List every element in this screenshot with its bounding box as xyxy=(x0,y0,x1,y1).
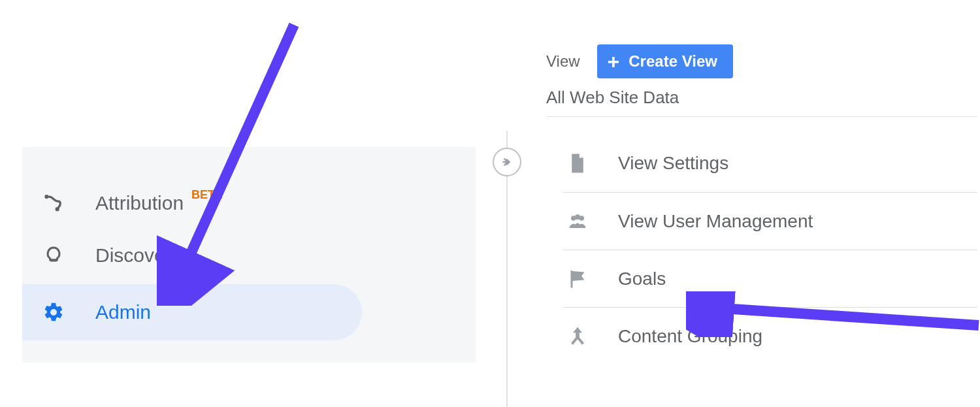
svg-point-6 xyxy=(580,216,585,221)
view-name-text: All Web Site Data xyxy=(546,88,679,108)
divider xyxy=(546,116,977,117)
plus-icon: + xyxy=(608,51,620,72)
view-item-content-grouping[interactable]: Content Grouping xyxy=(563,307,977,365)
flag-icon xyxy=(563,267,592,291)
svg-marker-3 xyxy=(580,154,583,158)
view-item-label: Content Grouping xyxy=(618,326,762,347)
view-column-panel: View + Create View All Web Site Data Vie… xyxy=(491,20,977,407)
view-header-row: View + Create View xyxy=(546,44,733,78)
view-menu-list: View Settings View User Management Goals… xyxy=(563,135,977,365)
view-item-user-management[interactable]: View User Management xyxy=(563,192,977,250)
merge-icon xyxy=(563,325,592,348)
lightbulb-icon xyxy=(42,244,65,267)
nav-label-admin: Admin xyxy=(95,301,151,323)
nav-label-discover: Discover xyxy=(95,244,172,267)
view-item-label: View Settings xyxy=(618,153,728,174)
create-view-button[interactable]: + Create View xyxy=(597,44,733,78)
beta-badge: BETA xyxy=(191,188,223,202)
view-dropdown-label[interactable]: View xyxy=(546,52,580,71)
nav-item-admin[interactable]: Admin xyxy=(22,284,362,340)
view-item-goals[interactable]: Goals xyxy=(563,250,977,307)
users-icon xyxy=(563,212,592,231)
view-item-label: Goals xyxy=(618,269,666,289)
file-icon xyxy=(563,152,592,174)
back-button[interactable] xyxy=(493,148,521,176)
left-sidebar-panel: Attribution BETA Discover Admin xyxy=(22,147,476,363)
attribution-icon xyxy=(42,191,65,215)
svg-point-1 xyxy=(56,207,59,211)
gear-icon xyxy=(42,301,65,324)
view-item-view-settings[interactable]: View Settings xyxy=(563,135,977,192)
nav-label-attribution: Attribution xyxy=(95,192,184,214)
view-item-label: View User Management xyxy=(618,211,813,232)
nav-item-attribution[interactable]: Attribution BETA xyxy=(22,177,476,229)
create-view-label: Create View xyxy=(629,52,717,71)
nav-item-discover[interactable]: Discover xyxy=(22,229,476,282)
